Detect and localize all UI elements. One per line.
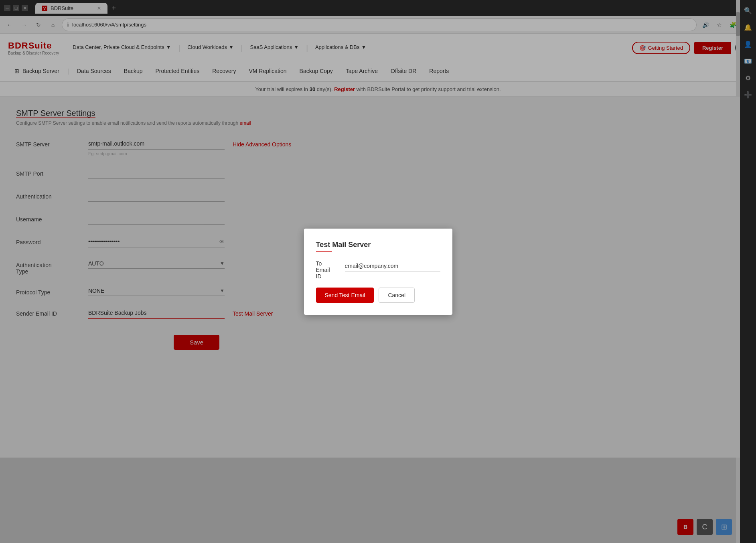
- dialog-title-underline: [316, 251, 332, 252]
- dialog-email-label: Email: [316, 267, 340, 273]
- test-mail-dialog: Test Mail Server To Email ID Send Test E…: [304, 229, 452, 315]
- send-test-email-btn[interactable]: Send Test Email: [316, 288, 374, 303]
- dialog-field-labels: To Email ID: [316, 260, 340, 280]
- dialog-id-label: ID: [316, 273, 340, 280]
- cancel-dialog-btn[interactable]: Cancel: [379, 288, 415, 303]
- dialog-overlay: Test Mail Server To Email ID Send Test E…: [0, 0, 756, 543]
- dialog-to-label: To: [316, 260, 340, 267]
- dialog-actions: Send Test Email Cancel: [316, 288, 440, 303]
- dialog-title: Test Mail Server: [316, 241, 440, 249]
- dialog-email-input[interactable]: [345, 260, 440, 272]
- dialog-to-field: To Email ID: [316, 260, 440, 280]
